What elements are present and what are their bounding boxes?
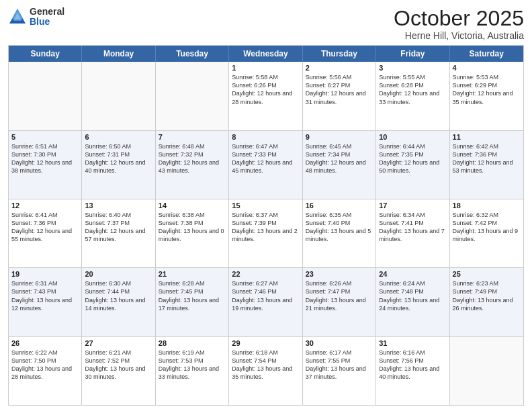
calendar-body: 1Sunrise: 5:58 AM Sunset: 6:26 PM Daylig… bbox=[9, 62, 523, 405]
header-saturday: Saturday bbox=[450, 46, 523, 62]
day-number: 28 bbox=[159, 339, 226, 347]
day-number: 15 bbox=[232, 201, 299, 210]
calendar-cell: 1Sunrise: 5:58 AM Sunset: 6:26 PM Daylig… bbox=[229, 62, 302, 130]
cell-info: Sunrise: 6:41 AM Sunset: 7:36 PM Dayligh… bbox=[11, 211, 79, 244]
header-sunday: Sunday bbox=[9, 46, 82, 62]
day-number: 17 bbox=[379, 201, 446, 210]
day-number: 19 bbox=[11, 270, 79, 278]
cell-info: Sunrise: 6:40 AM Sunset: 7:37 PM Dayligh… bbox=[85, 211, 152, 244]
day-number: 18 bbox=[453, 201, 521, 210]
cell-info: Sunrise: 5:56 AM Sunset: 6:27 PM Dayligh… bbox=[306, 73, 373, 106]
calendar-row-3: 12Sunrise: 6:41 AM Sunset: 7:36 PM Dayli… bbox=[9, 199, 523, 267]
calendar-cell: 20Sunrise: 6:30 AM Sunset: 7:44 PM Dayli… bbox=[82, 268, 155, 336]
cell-info: Sunrise: 6:21 AM Sunset: 7:52 PM Dayligh… bbox=[85, 349, 152, 381]
logo-general: General bbox=[30, 7, 64, 17]
header-wednesday: Wednesday bbox=[229, 46, 302, 62]
day-number: 23 bbox=[306, 270, 373, 278]
cell-info: Sunrise: 6:42 AM Sunset: 7:36 PM Dayligh… bbox=[453, 142, 521, 175]
calendar-cell: 31Sunrise: 6:16 AM Sunset: 7:56 PM Dayli… bbox=[376, 337, 449, 405]
day-number: 7 bbox=[159, 133, 226, 141]
calendar-cell: 16Sunrise: 6:35 AM Sunset: 7:40 PM Dayli… bbox=[303, 199, 376, 267]
day-number: 12 bbox=[11, 201, 79, 210]
cell-info: Sunrise: 6:35 AM Sunset: 7:40 PM Dayligh… bbox=[306, 211, 373, 244]
calendar-cell: 27Sunrise: 6:21 AM Sunset: 7:52 PM Dayli… bbox=[82, 337, 155, 405]
cell-info: Sunrise: 6:16 AM Sunset: 7:56 PM Dayligh… bbox=[379, 349, 446, 381]
calendar-row-5: 26Sunrise: 6:22 AM Sunset: 7:50 PM Dayli… bbox=[9, 336, 523, 405]
day-number: 30 bbox=[306, 339, 373, 347]
cell-info: Sunrise: 6:17 AM Sunset: 7:55 PM Dayligh… bbox=[306, 349, 373, 381]
day-number: 10 bbox=[379, 133, 446, 141]
day-number: 20 bbox=[85, 270, 152, 278]
cell-info: Sunrise: 6:28 AM Sunset: 7:45 PM Dayligh… bbox=[159, 279, 226, 312]
page-container: General Blue October 2025 Herne Hill, Vi… bbox=[0, 0, 532, 411]
day-number: 1 bbox=[232, 64, 299, 72]
header-thursday: Thursday bbox=[303, 46, 376, 62]
day-number: 22 bbox=[232, 270, 299, 278]
day-number: 5 bbox=[11, 133, 79, 141]
calendar-cell: 5Sunrise: 6:51 AM Sunset: 7:30 PM Daylig… bbox=[9, 131, 82, 199]
calendar-cell: 14Sunrise: 6:38 AM Sunset: 7:38 PM Dayli… bbox=[156, 199, 229, 267]
cell-info: Sunrise: 6:22 AM Sunset: 7:50 PM Dayligh… bbox=[11, 349, 79, 381]
day-number: 4 bbox=[453, 64, 521, 72]
calendar: Sunday Monday Tuesday Wednesday Thursday… bbox=[8, 45, 524, 406]
calendar-row-4: 19Sunrise: 6:31 AM Sunset: 7:43 PM Dayli… bbox=[9, 267, 523, 336]
day-number: 27 bbox=[85, 339, 152, 347]
calendar-cell: 26Sunrise: 6:22 AM Sunset: 7:50 PM Dayli… bbox=[9, 337, 82, 405]
calendar-row-2: 5Sunrise: 6:51 AM Sunset: 7:30 PM Daylig… bbox=[9, 130, 523, 199]
cell-info: Sunrise: 6:19 AM Sunset: 7:53 PM Dayligh… bbox=[159, 349, 226, 381]
logo: General Blue bbox=[8, 7, 64, 28]
day-number: 31 bbox=[379, 339, 446, 347]
day-number: 11 bbox=[453, 133, 521, 141]
day-number: 8 bbox=[232, 133, 299, 141]
day-number: 26 bbox=[11, 339, 79, 347]
calendar-cell: 19Sunrise: 6:31 AM Sunset: 7:43 PM Dayli… bbox=[9, 268, 82, 336]
calendar-cell: 18Sunrise: 6:32 AM Sunset: 7:42 PM Dayli… bbox=[450, 199, 523, 267]
day-number: 24 bbox=[379, 270, 446, 278]
calendar-cell: 13Sunrise: 6:40 AM Sunset: 7:37 PM Dayli… bbox=[82, 199, 155, 267]
cell-info: Sunrise: 6:23 AM Sunset: 7:49 PM Dayligh… bbox=[453, 279, 521, 312]
cell-info: Sunrise: 6:18 AM Sunset: 7:54 PM Dayligh… bbox=[232, 349, 299, 381]
calendar-cell: 24Sunrise: 6:24 AM Sunset: 7:48 PM Dayli… bbox=[376, 268, 449, 336]
calendar-cell: 12Sunrise: 6:41 AM Sunset: 7:36 PM Dayli… bbox=[9, 199, 82, 267]
month-title: October 2025 bbox=[394, 7, 524, 30]
day-number: 3 bbox=[379, 64, 446, 72]
logo-icon bbox=[8, 7, 27, 26]
calendar-cell: 23Sunrise: 6:26 AM Sunset: 7:47 PM Dayli… bbox=[303, 268, 376, 336]
calendar-cell: 11Sunrise: 6:42 AM Sunset: 7:36 PM Dayli… bbox=[450, 131, 523, 199]
header-tuesday: Tuesday bbox=[156, 46, 229, 62]
cell-info: Sunrise: 6:37 AM Sunset: 7:39 PM Dayligh… bbox=[232, 211, 299, 244]
calendar-row-1: 1Sunrise: 5:58 AM Sunset: 6:26 PM Daylig… bbox=[9, 62, 523, 130]
calendar-cell: 25Sunrise: 6:23 AM Sunset: 7:49 PM Dayli… bbox=[450, 268, 523, 336]
cell-info: Sunrise: 6:45 AM Sunset: 7:34 PM Dayligh… bbox=[306, 142, 373, 175]
day-number: 2 bbox=[306, 64, 373, 72]
calendar-cell bbox=[156, 62, 229, 130]
cell-info: Sunrise: 6:24 AM Sunset: 7:48 PM Dayligh… bbox=[379, 279, 446, 312]
day-number: 16 bbox=[306, 201, 373, 210]
cell-info: Sunrise: 5:58 AM Sunset: 6:26 PM Dayligh… bbox=[232, 73, 299, 106]
day-number: 13 bbox=[85, 201, 152, 210]
day-number: 14 bbox=[159, 201, 226, 210]
calendar-cell: 28Sunrise: 6:19 AM Sunset: 7:53 PM Dayli… bbox=[156, 337, 229, 405]
cell-info: Sunrise: 6:27 AM Sunset: 7:46 PM Dayligh… bbox=[232, 279, 299, 312]
calendar-cell bbox=[450, 337, 523, 405]
logo-blue: Blue bbox=[30, 17, 64, 27]
calendar-cell: 29Sunrise: 6:18 AM Sunset: 7:54 PM Dayli… bbox=[229, 337, 302, 405]
cell-info: Sunrise: 6:31 AM Sunset: 7:43 PM Dayligh… bbox=[11, 279, 79, 312]
cell-info: Sunrise: 6:48 AM Sunset: 7:32 PM Dayligh… bbox=[159, 142, 226, 175]
logo-text: General Blue bbox=[30, 7, 64, 28]
cell-info: Sunrise: 6:34 AM Sunset: 7:41 PM Dayligh… bbox=[379, 211, 446, 244]
calendar-cell: 10Sunrise: 6:44 AM Sunset: 7:35 PM Dayli… bbox=[376, 131, 449, 199]
calendar-cell: 8Sunrise: 6:47 AM Sunset: 7:33 PM Daylig… bbox=[229, 131, 302, 199]
cell-info: Sunrise: 6:30 AM Sunset: 7:44 PM Dayligh… bbox=[85, 279, 152, 312]
calendar-cell: 9Sunrise: 6:45 AM Sunset: 7:34 PM Daylig… bbox=[303, 131, 376, 199]
cell-info: Sunrise: 5:55 AM Sunset: 6:28 PM Dayligh… bbox=[379, 73, 446, 106]
day-number: 21 bbox=[159, 270, 226, 278]
calendar-cell: 30Sunrise: 6:17 AM Sunset: 7:55 PM Dayli… bbox=[303, 337, 376, 405]
location-title: Herne Hill, Victoria, Australia bbox=[394, 30, 524, 41]
calendar-cell bbox=[82, 62, 155, 130]
cell-info: Sunrise: 6:32 AM Sunset: 7:42 PM Dayligh… bbox=[453, 211, 521, 244]
calendar-cell: 17Sunrise: 6:34 AM Sunset: 7:41 PM Dayli… bbox=[376, 199, 449, 267]
day-number: 6 bbox=[85, 133, 152, 141]
day-number: 25 bbox=[453, 270, 521, 278]
calendar-header: Sunday Monday Tuesday Wednesday Thursday… bbox=[9, 46, 523, 62]
